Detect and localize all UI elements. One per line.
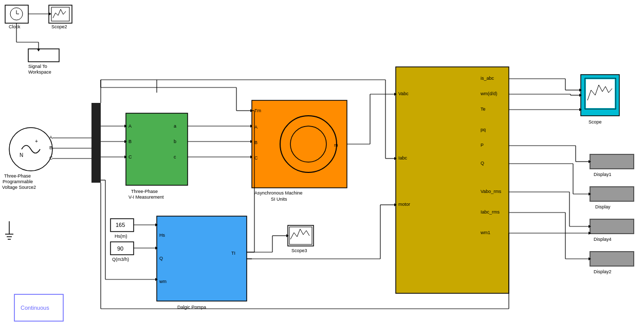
svg-point-51 — [290, 126, 326, 162]
svg-text:Q: Q — [159, 256, 163, 261]
svg-text:Display: Display — [595, 204, 611, 209]
svg-text:Q: Q — [481, 161, 484, 166]
svg-rect-26 — [91, 103, 101, 183]
svg-text:Te: Te — [481, 107, 486, 112]
svg-marker-44 — [250, 125, 253, 128]
svg-marker-46 — [250, 140, 253, 143]
svg-text:B: B — [49, 145, 52, 150]
svg-marker-103 — [588, 160, 591, 163]
svg-text:Signal To: Signal To — [28, 64, 47, 69]
svg-marker-42 — [124, 155, 127, 158]
svg-rect-97 — [590, 187, 634, 201]
svg-text:c: c — [174, 154, 176, 160]
svg-text:m: m — [334, 143, 338, 148]
svg-text:Display2: Display2 — [594, 269, 612, 274]
svg-rect-5 — [51, 7, 69, 21]
svg-text:Tm: Tm — [254, 108, 261, 113]
svg-text:Programmable: Programmable — [3, 179, 33, 184]
svg-marker-126 — [155, 223, 158, 226]
svg-text:Iabc_rms: Iabc_rms — [481, 209, 500, 215]
svg-text:90: 90 — [117, 245, 123, 252]
svg-rect-6 — [28, 49, 59, 62]
svg-text:Scope: Scope — [588, 119, 602, 125]
svg-text:Voltage Source2: Voltage Source2 — [2, 185, 36, 190]
svg-text:Hs: Hs — [159, 233, 165, 238]
svg-text:A: A — [254, 125, 257, 130]
svg-rect-99 — [590, 252, 634, 266]
svg-text:N: N — [20, 152, 23, 158]
svg-rect-83 — [581, 75, 619, 116]
svg-text:Three-Phase: Three-Phase — [131, 189, 158, 194]
svg-text:Clock: Clock — [9, 24, 21, 29]
svg-text:Asynchronous Machine: Asynchronous Machine — [254, 190, 303, 196]
svg-text:Display4: Display4 — [594, 237, 612, 242]
svg-text:165: 165 — [116, 222, 125, 228]
svg-text:pq: pq — [481, 127, 486, 132]
svg-marker-173 — [250, 109, 253, 112]
svg-text:Q(m3/h): Q(m3/h) — [112, 257, 129, 262]
svg-rect-121 — [111, 219, 134, 232]
diagram-canvas: + N A B C A B C a b c — [0, 0, 644, 335]
svg-rect-134 — [289, 227, 312, 244]
svg-text:A: A — [128, 124, 132, 129]
svg-text:A: A — [49, 135, 52, 140]
svg-text:Hs(m): Hs(m) — [115, 234, 127, 239]
svg-marker-89 — [579, 89, 582, 92]
svg-text:Dalgic Pompa: Dalgic Pompa — [177, 305, 206, 310]
svg-text:Vabc: Vabc — [398, 91, 409, 96]
svg-text:B: B — [128, 139, 132, 144]
svg-text:C: C — [128, 154, 132, 160]
svg-marker-78 — [394, 157, 397, 160]
svg-text:Three-Phase: Three-Phase — [4, 173, 31, 179]
svg-point-17 — [9, 128, 52, 171]
svg-marker-93 — [579, 94, 582, 97]
svg-marker-48 — [250, 155, 253, 158]
svg-marker-82 — [394, 203, 397, 206]
svg-text:Continuous: Continuous — [21, 305, 49, 311]
svg-marker-132 — [155, 278, 158, 281]
svg-rect-147 — [14, 294, 63, 321]
svg-text:B: B — [254, 140, 257, 145]
svg-marker-40 — [124, 140, 127, 143]
svg-text:Scope3: Scope3 — [291, 248, 307, 253]
svg-text:SI Units: SI Units — [271, 197, 287, 202]
svg-rect-4 — [49, 5, 72, 23]
svg-text:+: + — [35, 138, 38, 144]
svg-rect-0 — [5, 5, 28, 23]
svg-rect-30 — [126, 113, 188, 185]
svg-marker-115 — [588, 257, 591, 260]
svg-marker-95 — [579, 108, 582, 111]
svg-rect-49 — [252, 100, 347, 188]
svg-text:is_abc: is_abc — [481, 76, 494, 81]
svg-rect-96 — [590, 154, 634, 169]
svg-text:wm: wm — [159, 279, 167, 284]
svg-rect-123 — [111, 242, 134, 255]
svg-marker-111 — [588, 225, 591, 228]
svg-text:V-I Measurement: V-I Measurement — [128, 195, 164, 200]
svg-text:Iabc: Iabc — [398, 155, 408, 161]
svg-text:motor: motor — [398, 202, 410, 207]
svg-point-1 — [10, 8, 23, 20]
svg-rect-133 — [288, 225, 314, 246]
svg-marker-138 — [286, 234, 289, 237]
svg-text:Vabo_rms: Vabo_rms — [481, 189, 502, 194]
svg-marker-73 — [394, 93, 397, 96]
svg-rect-57 — [396, 67, 509, 293]
svg-rect-85 — [586, 79, 615, 108]
svg-text:TI: TI — [231, 251, 235, 256]
svg-text:Display1: Display1 — [594, 172, 612, 177]
svg-text:wm(d/d): wm(d/d) — [480, 91, 498, 96]
wire-overlay: + N A B C A B C a b c — [0, 0, 644, 335]
svg-text:Workspace: Workspace — [28, 69, 51, 75]
svg-rect-98 — [590, 219, 634, 234]
svg-marker-8 — [49, 12, 51, 15]
svg-text:b: b — [174, 139, 176, 144]
svg-marker-169 — [588, 232, 591, 235]
svg-marker-38 — [124, 125, 127, 128]
svg-marker-12 — [37, 49, 40, 51]
svg-rect-116 — [157, 216, 247, 301]
svg-text:a: a — [174, 124, 176, 129]
svg-text:C: C — [254, 155, 258, 161]
svg-text:P: P — [481, 143, 484, 148]
svg-text:wm1: wm1 — [480, 230, 490, 235]
